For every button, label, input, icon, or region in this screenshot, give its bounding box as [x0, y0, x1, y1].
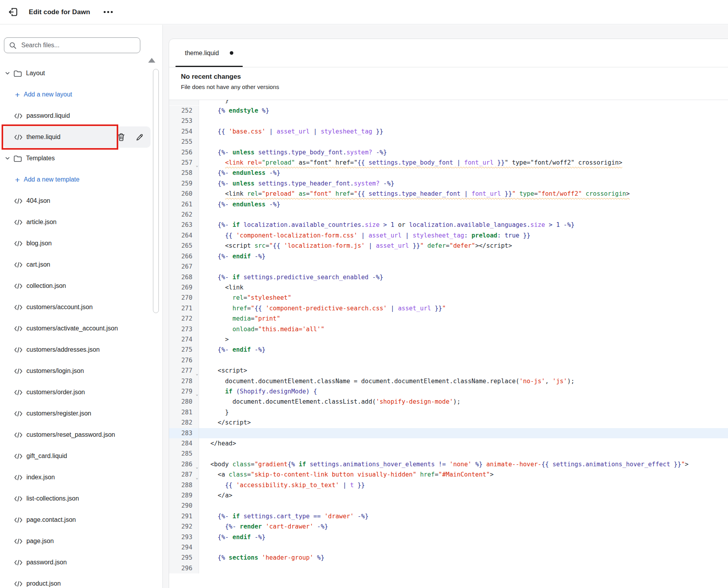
code-line-289[interactable]: 289 </a>	[169, 490, 728, 501]
file-row-customers-order-json[interactable]: customers/order.json	[0, 382, 153, 403]
code-line-295[interactable]: 295 {% sections 'header-group' %}	[169, 553, 728, 563]
line-number: 256	[169, 147, 199, 158]
code-line-270[interactable]: 270 rel="stylesheet"	[169, 293, 728, 303]
file-row-page-contact-json[interactable]: page.contact.json	[0, 509, 153, 530]
code-line-287[interactable]: 287⌄ <a class="skip-to-content-link butt…	[169, 469, 728, 480]
delete-file-button[interactable]	[115, 131, 127, 143]
file-row-customers-activate-account-json[interactable]: customers/activate_account.json	[0, 318, 153, 339]
code-line-279[interactable]: 279⌄ if (Shopify.designMode) {	[169, 386, 728, 397]
code-line-277[interactable]: 277⌄ <script>	[169, 365, 728, 376]
search-input[interactable]	[20, 41, 135, 49]
plus-icon: +	[15, 176, 20, 184]
chevron-down-icon[interactable]	[5, 156, 10, 161]
code-line-286[interactable]: 286⌄ <body class="gradient{% if settings…	[169, 459, 728, 469]
fold-chevron-icon[interactable]: ⌄	[195, 475, 198, 480]
fold-chevron-icon[interactable]: ⌄	[195, 392, 198, 396]
code-line-273[interactable]: 273 onload="this.media='all'"	[169, 324, 728, 334]
code-line-264[interactable]: 264 {{ 'component-localization-form.css'…	[169, 230, 728, 241]
code-line-267[interactable]: 267	[169, 262, 728, 272]
file-row-customers-login-json[interactable]: customers/login.json	[0, 360, 153, 382]
code-line-259[interactable]: 259 {%- unless settings.type_header_font…	[169, 178, 728, 189]
file-row-password-json[interactable]: password.json	[0, 552, 153, 573]
file-name: customers/login.json	[26, 367, 84, 375]
code-line-263[interactable]: 263 {%- if localization.available_countr…	[169, 220, 728, 230]
code-line-261[interactable]: 261 {%- endunless -%}	[169, 199, 728, 210]
file-row-customers-reset-password-json[interactable]: customers/reset_password.json	[0, 424, 153, 445]
code-line-252[interactable]: 252 {% endstyle %}	[169, 106, 728, 116]
chevron-down-icon[interactable]	[5, 70, 10, 76]
code-line-257[interactable]: 257⌄ <link rel="preload" as="font" href=…	[169, 158, 728, 168]
code-line-262[interactable]: 262	[169, 210, 728, 220]
code-line-290[interactable]: 290	[169, 501, 728, 511]
rename-file-button[interactable]	[134, 131, 146, 143]
add-new-layout-link[interactable]: +Add a new layout	[0, 84, 153, 105]
fold-chevron-icon[interactable]: ⌄	[195, 163, 198, 167]
code-line-291[interactable]: 291 {%- if settings.cart_type == 'drawer…	[169, 511, 728, 521]
file-row-password-liquid[interactable]: password.liquid	[0, 105, 153, 126]
line-number: 291	[169, 511, 199, 521]
file-row-product-json[interactable]: product.json	[0, 573, 153, 588]
file-row-theme-liquid[interactable]: theme.liquid	[3, 126, 151, 148]
code-line-partial[interactable]: }	[169, 100, 728, 105]
file-row-gift-card-liquid[interactable]: gift_card.liquid	[0, 445, 153, 467]
code-line-276[interactable]: 276	[169, 355, 728, 365]
folder-row-templates[interactable]: Templates	[0, 148, 153, 169]
code-line-283[interactable]: 283	[169, 428, 728, 438]
code-line-255[interactable]: 255	[169, 137, 728, 147]
code-line-285[interactable]: 285	[169, 449, 728, 459]
code-line-274[interactable]: 274 >	[169, 334, 728, 345]
code-line-281[interactable]: 281 }	[169, 407, 728, 417]
file-row-customers-register-json[interactable]: customers/register.json	[0, 403, 153, 424]
line-number: 284	[169, 438, 199, 449]
file-row-index-json[interactable]: index.json	[0, 467, 153, 488]
file-row-customers-addresses-json[interactable]: customers/addresses.json	[0, 339, 153, 360]
file-row-page-json[interactable]: page.json	[0, 530, 153, 552]
file-row-blog-json[interactable]: blog.json	[0, 233, 153, 254]
file-row-404-json[interactable]: 404.json	[0, 190, 153, 211]
sidebar-scrollbar-thumb[interactable]	[153, 69, 159, 313]
code-line-268[interactable]: 268 {%- if settings.predictive_search_en…	[169, 272, 728, 282]
code-line-260[interactable]: 260 <link rel="preload" as="font" href="…	[169, 189, 728, 199]
code-line-282[interactable]: 282 </script>	[169, 417, 728, 428]
code-line-254[interactable]: 254 {{ 'base.css' | asset_url | styleshe…	[169, 126, 728, 137]
file-name: page.json	[26, 538, 54, 545]
fold-chevron-icon[interactable]: ⌄	[195, 371, 198, 376]
line-number: 278	[169, 376, 199, 386]
code-file-icon	[14, 262, 22, 268]
file-row-cart-json[interactable]: cart.json	[0, 254, 153, 275]
trash-icon	[117, 133, 125, 141]
code-line-272[interactable]: 272 media="print"	[169, 313, 728, 324]
code-line-288[interactable]: 288 {{ 'accessibility.skip_to_text' | t …	[169, 480, 728, 490]
code-line-275[interactable]: 275 {%- endif -%}	[169, 345, 728, 355]
code-file-icon	[14, 283, 22, 289]
fold-chevron-icon[interactable]: ⌄	[195, 465, 198, 469]
code-line-269[interactable]: 269 <link	[169, 282, 728, 293]
code-line-271[interactable]: 271 href="{{ 'component-predictive-searc…	[169, 303, 728, 313]
file-row-collection-json[interactable]: collection.json	[0, 275, 153, 297]
file-name: password.liquid	[26, 112, 70, 119]
code-line-284[interactable]: 284 </head>	[169, 438, 728, 449]
code-line-266[interactable]: 266 {%- endif -%}	[169, 251, 728, 262]
code-line-265[interactable]: 265 <script src="{{ 'localization-form.j…	[169, 241, 728, 251]
code-line-292[interactable]: 292 {%- render 'cart-drawer' -%}	[169, 521, 728, 532]
exit-button[interactable]	[6, 4, 21, 20]
code-line-278[interactable]: 278 document.documentElement.className =…	[169, 376, 728, 386]
more-actions-button[interactable]	[101, 9, 115, 15]
scroll-up-arrow[interactable]	[148, 58, 155, 63]
tab-theme-liquid[interactable]: theme.liquid	[175, 39, 243, 67]
code-line-294[interactable]: 294	[169, 542, 728, 553]
code-line-296[interactable]: 296	[169, 563, 728, 573]
code-editor[interactable]: }252 {% endstyle %}253254 {{ 'base.css' …	[169, 100, 728, 573]
code-line-256[interactable]: 256 {%- unless settings.type_body_font.s…	[169, 147, 728, 158]
code-line-293[interactable]: 293 {%- endif -%}	[169, 532, 728, 542]
code-line-253[interactable]: 253	[169, 116, 728, 126]
file-row-list-collections-json[interactable]: list-collections.json	[0, 488, 153, 509]
folder-row-layout[interactable]: Layout	[0, 63, 153, 84]
file-name: 404.json	[26, 197, 50, 204]
code-line-258[interactable]: 258 {%- endunless -%}	[169, 168, 728, 178]
file-row-article-json[interactable]: article.json	[0, 211, 153, 233]
file-name: customers/account.json	[26, 304, 93, 311]
file-row-customers-account-json[interactable]: customers/account.json	[0, 297, 153, 318]
code-line-280[interactable]: 280 document.documentElement.classList.a…	[169, 397, 728, 407]
add-new-template-link[interactable]: +Add a new template	[0, 169, 153, 190]
